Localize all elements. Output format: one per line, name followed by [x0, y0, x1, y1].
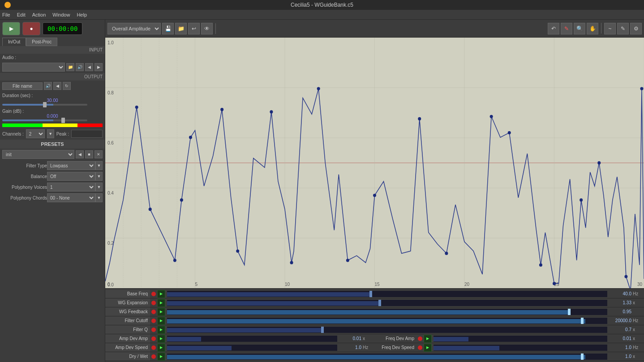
audio-next-btn[interactable]: ▶ [94, 63, 103, 71]
param-play-filter-cutoff[interactable]: ▶ [157, 317, 165, 325]
param-play-wg-feedback[interactable]: ▶ [157, 308, 165, 316]
file-name-button[interactable]: File name [2, 82, 43, 90]
param-dot-freq-dev-speed[interactable] [418, 345, 422, 350]
tb-hand-btn[interactable]: ✋ [587, 23, 598, 34]
tb-save-btn[interactable]: 💾 [162, 23, 174, 34]
svg-point-34 [220, 108, 223, 111]
param-play-wg-expansion[interactable]: ▶ [157, 299, 165, 307]
param-dot-wg-expansion[interactable] [151, 301, 156, 305]
tab-inout[interactable]: In/Out [2, 38, 26, 46]
gain-slider[interactable] [2, 119, 87, 121]
audio-speaker-btn[interactable]: 🔊 [76, 63, 84, 71]
preset-save-btn[interactable]: ■ [85, 150, 93, 158]
param-value-wg-expansion: 1.33 [608, 300, 633, 305]
param-value-dry-wet: 1.0 [608, 354, 633, 359]
output-speaker-btn[interactable]: 🔊 [44, 82, 52, 90]
tb-undo-btn[interactable]: ↩ [188, 23, 200, 34]
poly-voices-select[interactable]: 1 [47, 183, 95, 192]
tb-cursor-btn[interactable]: ↶ [548, 23, 559, 34]
param-label-amp-dev-amp: Amp Dev Amp [105, 334, 150, 343]
param-play-base-freq[interactable]: ▶ [157, 290, 165, 298]
svg-text:0.8: 0.8 [107, 90, 114, 95]
peak-label: Peak : [56, 132, 69, 136]
tb-pen-btn[interactable]: ✎ [561, 23, 572, 34]
param-slider-wg-feedback[interactable] [167, 309, 607, 315]
poly-chords-select[interactable]: 00 - None [47, 193, 95, 202]
svg-point-49 [624, 275, 627, 278]
duration-slider[interactable] [2, 104, 87, 106]
menu-file[interactable]: File [2, 12, 10, 17]
tb-wave-btn[interactable]: ~ [604, 23, 616, 34]
param-dot-amp-dev-speed[interactable] [151, 345, 156, 350]
param-label-dry-wet: Dry / Wet [105, 352, 150, 361]
poly-voices-arrow[interactable]: ▼ [95, 183, 103, 192]
param-play-freq-dev-amp[interactable]: ▶ [424, 335, 432, 343]
presets-title: PRESETS [0, 140, 105, 149]
param-slider-amp-dev-speed[interactable] [167, 345, 337, 351]
preset-left-btn[interactable]: ◀ [76, 150, 84, 158]
audio-prev-btn[interactable]: ◀ [85, 63, 93, 71]
channels-arrow[interactable]: ▼ [47, 129, 54, 138]
balance-arrow[interactable]: ▼ [95, 172, 103, 181]
menu-window[interactable]: Window [52, 12, 70, 17]
param-slider-base-freq[interactable] [167, 291, 607, 297]
param-play-filter-q[interactable]: ▶ [157, 326, 165, 334]
poly-voices-row: Polyphony Voices 1 ▼ [0, 182, 105, 192]
graph-area[interactable]: ▼ [105, 38, 644, 288]
param-slider-wg-expansion[interactable] [167, 300, 607, 306]
preset-del-btn[interactable]: ✕ [94, 150, 103, 158]
param-play-amp-dev-amp[interactable]: ▶ [157, 335, 165, 343]
param-play-freq-dev-speed[interactable]: ▶ [424, 344, 432, 352]
filter-type-arrow[interactable]: ▼ [95, 161, 103, 170]
param-slider-freq-dev-speed[interactable] [434, 345, 607, 351]
menu-help[interactable]: Help [77, 12, 87, 17]
param-slider-freq-dev-amp[interactable] [434, 336, 607, 342]
param-dot-wg-feedback[interactable] [151, 310, 156, 314]
record-button[interactable]: ● [22, 22, 40, 35]
param-dot-freq-dev-amp[interactable] [418, 336, 422, 341]
param-label-filter-cutoff: Filter Cutoff [105, 316, 150, 325]
preset-select[interactable]: init [2, 150, 74, 159]
param-dot-filter-cutoff[interactable] [151, 319, 156, 323]
play-button[interactable]: ▶ [2, 22, 20, 35]
param-label-filter-q: Filter Q [105, 325, 150, 334]
svg-text:0: 0 [107, 282, 110, 287]
param-slider-filter-q[interactable] [167, 327, 607, 333]
param-unit-wg-expansion: x [633, 300, 644, 305]
param-slider-dry-wet[interactable] [167, 353, 607, 360]
param-unit-freq-dev-amp: x [633, 336, 644, 341]
output-prev-btn[interactable]: ◀ [53, 82, 61, 90]
tb-settings-btn[interactable]: ⚙ [630, 23, 642, 34]
channels-select[interactable]: 2 [26, 129, 45, 138]
param-play-dry-wet[interactable]: ▶ [157, 353, 165, 361]
audio-file-btn[interactable]: 📁 [66, 63, 74, 71]
tb-zoom-btn[interactable]: 🔍 [574, 23, 585, 34]
window-dot[interactable] [4, 2, 11, 8]
menu-action[interactable]: Action [32, 12, 46, 17]
tb-open-btn[interactable]: 📁 [175, 23, 187, 34]
param-slider-amp-dev-amp[interactable] [167, 336, 337, 342]
main-layout: ▶ ● 00:00:00 In/Out Post-Proc INPUT Audi… [0, 20, 644, 362]
balance-select[interactable]: Off [47, 172, 95, 181]
audio-select[interactable] [2, 63, 65, 72]
graph-type-select[interactable]: Overall Amplitude [107, 23, 161, 34]
svg-point-30 [149, 208, 152, 211]
right-area: Overall Amplitude 💾 📁 ↩ 👁 ↶ ✎ 🔍 ✋ ~ ✎ ⚙ … [105, 20, 644, 362]
poly-chords-arrow[interactable]: ▼ [95, 193, 103, 202]
param-play-amp-dev-speed[interactable]: ▶ [157, 344, 165, 352]
param-slider-filter-cutoff[interactable] [167, 318, 607, 324]
peak-input[interactable] [71, 130, 103, 138]
filter-type-label: Filter Type [2, 163, 47, 168]
menu-edit[interactable]: Edit [17, 12, 26, 17]
tb-eye-btn[interactable]: 👁 [201, 23, 213, 34]
tab-postproc[interactable]: Post-Proc [26, 38, 57, 46]
filter-type-select[interactable]: Lowpass [47, 161, 95, 170]
output-refresh-btn[interactable]: ↻ [63, 82, 71, 90]
svg-point-38 [317, 87, 320, 90]
param-dot-amp-dev-amp[interactable] [151, 336, 156, 341]
param-dot-base-freq[interactable] [151, 292, 156, 296]
param-row-filter-q: Filter Q ▶ 0.7 x [105, 325, 644, 334]
param-dot-dry-wet[interactable] [151, 354, 156, 359]
param-dot-filter-q[interactable] [151, 328, 156, 332]
tb-edit2-btn[interactable]: ✎ [617, 23, 629, 34]
